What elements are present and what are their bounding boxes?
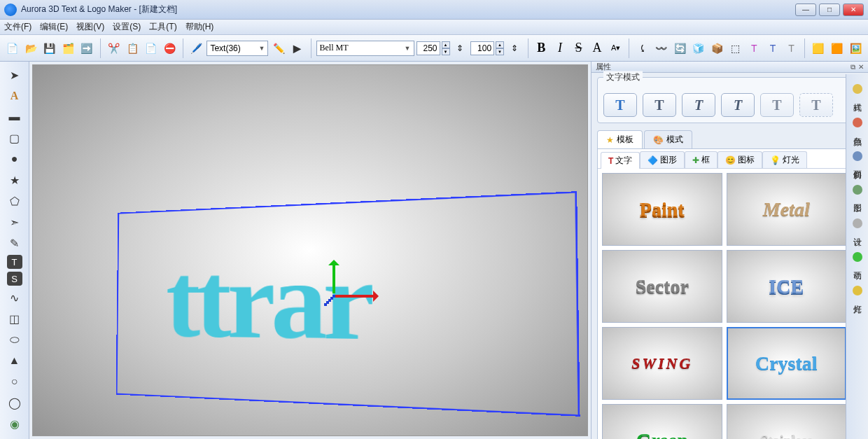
preset-stainless[interactable]: Stainless bbox=[727, 404, 847, 439]
cylinder-3d-icon[interactable]: ⬭ bbox=[5, 330, 24, 349]
side-tab-anim[interactable]: 动画 bbox=[850, 248, 864, 269]
template-icon[interactable]: 🗂️ bbox=[60, 40, 77, 57]
menu-file[interactable]: 文件(F) bbox=[4, 21, 31, 33]
sphere-3d-icon[interactable]: ○ bbox=[5, 372, 24, 391]
torus-3d-icon[interactable]: ◯ bbox=[5, 393, 24, 412]
arc-tool-1-icon[interactable]: ⤹ bbox=[634, 40, 651, 57]
cone-3d-icon[interactable]: ▲ bbox=[5, 351, 24, 370]
background-icon[interactable]: 🖼️ bbox=[847, 40, 864, 57]
menu-tools[interactable]: 工具(T) bbox=[149, 21, 176, 33]
bold-button[interactable]: B bbox=[533, 40, 550, 57]
pen-tool-icon[interactable]: ✎ bbox=[5, 234, 24, 252]
rect-tool-icon[interactable]: ▬ bbox=[5, 108, 24, 126]
text-badge-t-icon[interactable]: T bbox=[7, 255, 22, 269]
text-effect-1-icon[interactable]: T bbox=[746, 40, 763, 57]
font-size-down-icon[interactable]: A▾ bbox=[608, 40, 624, 57]
ungroup-icon[interactable]: ⬚ bbox=[727, 40, 744, 57]
height-down[interactable]: ▼ bbox=[496, 48, 504, 55]
height-spinner[interactable]: ▲▼ bbox=[470, 41, 504, 55]
side-tab-color[interactable]: 颜色 bbox=[850, 113, 864, 134]
strike-button[interactable]: S bbox=[570, 40, 587, 57]
height-up[interactable]: ▲ bbox=[496, 41, 504, 48]
arc-tool-3-icon[interactable]: 🔄 bbox=[671, 40, 688, 57]
paste-icon[interactable]: 📄 bbox=[143, 40, 160, 57]
tab-mode[interactable]: 🎨 模式 bbox=[644, 130, 692, 148]
subtab-icon[interactable]: 😊 图标 bbox=[718, 151, 762, 168]
star-tool-icon[interactable]: ★ bbox=[5, 171, 24, 189]
edit-text-icon[interactable]: ✏️ bbox=[270, 40, 287, 57]
new-icon[interactable]: 📄 bbox=[4, 40, 21, 57]
menu-settings[interactable]: 设置(S) bbox=[113, 21, 141, 33]
side-tab-light[interactable]: 灯光 bbox=[850, 281, 864, 302]
roundrect-tool-icon[interactable]: ▢ bbox=[5, 129, 24, 147]
subtab-frame[interactable]: ✚ 框 bbox=[685, 151, 718, 168]
width-input[interactable] bbox=[416, 41, 440, 55]
preset-sector[interactable]: Sector bbox=[602, 250, 722, 323]
text-mode-3[interactable]: T bbox=[682, 93, 715, 117]
play-icon[interactable]: ▶ bbox=[289, 40, 306, 57]
lock-height-icon[interactable]: ⇕ bbox=[506, 40, 523, 57]
canvas[interactable]: ttrar bbox=[33, 65, 587, 435]
tab-template[interactable]: ★ 模板 bbox=[597, 130, 643, 148]
polygon-tool-icon[interactable]: ⬠ bbox=[5, 192, 24, 210]
preset-swing[interactable]: SWING bbox=[602, 327, 722, 400]
preset-green[interactable]: Green bbox=[602, 404, 722, 439]
width-up[interactable]: ▲ bbox=[442, 41, 450, 48]
layer-1-icon[interactable]: 🟨 bbox=[810, 40, 827, 57]
menu-view[interactable]: 视图(V) bbox=[76, 21, 104, 33]
transform-gizmo[interactable] bbox=[313, 282, 355, 324]
side-tab-bevel[interactable]: 斜切面 bbox=[850, 147, 864, 168]
text-effect-2-icon[interactable]: T bbox=[764, 40, 781, 57]
font-combo[interactable]: Bell MT ▼ bbox=[316, 41, 414, 56]
maximize-button[interactable]: □ bbox=[819, 4, 840, 16]
curve-tool-icon[interactable]: ∿ bbox=[5, 288, 24, 307]
cube-tool-icon[interactable]: 🧊 bbox=[690, 40, 707, 57]
preset-paint[interactable]: Paint bbox=[602, 173, 722, 246]
export-icon[interactable]: ➡️ bbox=[78, 40, 95, 57]
height-input[interactable] bbox=[470, 41, 494, 55]
text-mode-6[interactable]: T bbox=[799, 93, 833, 117]
layer-2-icon[interactable]: 🟧 bbox=[829, 40, 846, 57]
object-type-combo[interactable]: Text(36) ▼ bbox=[206, 41, 268, 56]
wand-icon[interactable]: 🖊️ bbox=[188, 40, 205, 57]
arc-tool-2-icon[interactable]: 〰️ bbox=[653, 40, 670, 57]
text-mode-2[interactable]: T bbox=[643, 93, 676, 117]
save-icon[interactable]: 💾 bbox=[41, 40, 58, 57]
minimize-button[interactable]: — bbox=[795, 4, 816, 16]
lock-width-icon[interactable]: ⇕ bbox=[452, 40, 469, 57]
menu-help[interactable]: 帮助(H) bbox=[186, 21, 214, 33]
arrow-tool-icon[interactable]: ➣ bbox=[5, 213, 24, 231]
cut-icon[interactable]: ✂️ bbox=[106, 40, 122, 57]
subtab-light[interactable]: 💡 灯光 bbox=[762, 151, 807, 168]
subtab-text[interactable]: T 文字 bbox=[601, 152, 640, 169]
text-mode-4[interactable]: T bbox=[721, 93, 755, 117]
preset-ice[interactable]: ICE bbox=[727, 250, 847, 323]
subtab-shape[interactable]: 🔷 图形 bbox=[640, 151, 685, 168]
open-icon[interactable]: 📂 bbox=[23, 40, 40, 57]
menu-edit[interactable]: 编辑(E) bbox=[40, 21, 68, 33]
side-tab-design[interactable]: 设计 bbox=[850, 214, 864, 235]
select-tool-icon[interactable]: ➤ bbox=[5, 66, 24, 84]
delete-icon[interactable]: ⛔ bbox=[161, 40, 178, 57]
cube-tool-2-icon[interactable]: 📦 bbox=[709, 40, 726, 57]
cube-3d-icon[interactable]: ◫ bbox=[5, 309, 24, 328]
copy-icon[interactable]: 📋 bbox=[124, 40, 141, 57]
circle-tool-icon[interactable]: ● bbox=[5, 150, 24, 168]
preset-metal[interactable]: Metal bbox=[727, 173, 847, 246]
text-badge-s-icon[interactable]: S bbox=[7, 272, 22, 286]
font-a-button[interactable]: A bbox=[589, 40, 606, 57]
close-button[interactable]: ✕ bbox=[843, 4, 864, 16]
text-mode-1[interactable]: T bbox=[603, 93, 637, 117]
text-tool-icon[interactable]: A bbox=[5, 87, 24, 105]
text-mode-5[interactable]: T bbox=[760, 93, 794, 117]
text-effect-3-icon[interactable]: T bbox=[783, 40, 800, 57]
italic-button[interactable]: I bbox=[552, 40, 568, 57]
more-shape-icon[interactable]: ◉ bbox=[5, 414, 24, 433]
canvas-area[interactable]: ttrar bbox=[32, 64, 588, 436]
width-down[interactable]: ▼ bbox=[442, 48, 450, 55]
side-tab-style[interactable]: 样式 bbox=[850, 80, 864, 101]
panel-close-icon[interactable]: ✕ bbox=[858, 63, 864, 71]
side-tab-shape[interactable]: 图形 bbox=[850, 181, 864, 202]
preset-crystal[interactable]: Crystal bbox=[727, 327, 847, 400]
width-spinner[interactable]: ▲▼ bbox=[416, 41, 450, 55]
